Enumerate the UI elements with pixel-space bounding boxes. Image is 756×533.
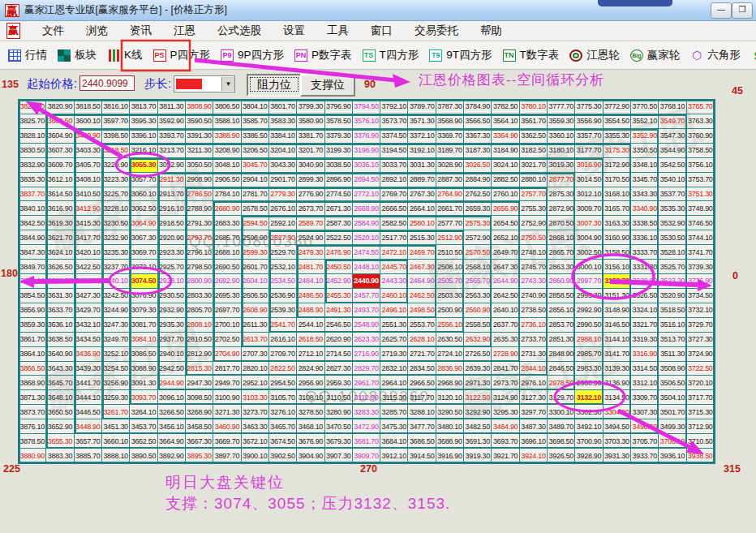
grid-cell: 3916.90 [436,449,464,463]
grid-cell: 2505.70 [436,274,464,289]
grid-cell: 3756.10 [687,158,715,173]
grid-cell: 3096.10 [158,390,186,405]
grid-cell: 2726.50 [464,347,492,362]
grid-cell: 2877.70 [548,173,575,187]
grid-cell: 3852.10 [19,274,46,289]
grid-cell: 3640.90 [46,347,74,362]
grid-cell: 3204.10 [269,144,297,158]
grid-cell: 2702.50 [213,333,241,347]
grid-cell: 3252.10 [102,347,130,362]
grid-cell: 3784.90 [464,100,492,114]
grid-cell: 3724.90 [687,347,715,362]
grid-cell: 3331.30 [631,260,659,274]
resistance-button[interactable]: 阻力位 [247,74,302,97]
grid-cell: 2916.10 [158,201,186,216]
grid-cell: 2757.70 [520,187,548,202]
menu-item-1[interactable]: 文件 [42,24,64,38]
toolbar-item[interactable]: 行情 [8,48,47,62]
grid-cell: 3417.70 [75,230,102,245]
toolbar-item[interactable]: PNP数字表 [294,48,352,62]
grid-cell: 2486.50 [297,289,324,303]
menu-item-9[interactable]: 交易委托 [415,24,458,38]
grid-cell: 3520.90 [659,289,686,303]
grid-cell: 3686.50 [408,434,436,449]
grid-cell: 2464.90 [408,274,436,289]
toolbar-item[interactable]: T99T四方形 [429,48,492,62]
grid-cell: 3000.10 [575,260,603,274]
grid-cell: 2767.30 [408,187,436,202]
grid-cell: 3919.30 [464,449,492,463]
grid-cell: 2748.10 [520,245,548,260]
grid-cell: 3189.70 [436,144,464,158]
grid-cell: 2904.10 [242,173,269,187]
toolbar-item[interactable]: PSP四方形 [153,48,211,62]
grid-cell: 2858.50 [548,289,575,303]
grid-cell: 3566.50 [464,114,492,129]
grid-cell: 3228.10 [102,201,130,216]
toolbar-item[interactable]: P99P四方形 [221,48,284,62]
menu-item-10[interactable]: 帮助 [480,24,502,38]
grid-cell: 3760.90 [687,129,715,144]
grid-cell: 3012.10 [575,187,603,202]
support-button[interactable]: 支撑位 [300,74,355,97]
chevron-down-icon[interactable]: ▼ [221,77,234,91]
start-price-input[interactable] [79,75,135,91]
maximize-button[interactable]: ❐ [732,2,753,19]
grid-cell: 2584.90 [353,216,380,230]
toolbar-item[interactable]: Big赢家轮 [630,48,681,62]
menu-item-3[interactable]: 资讯 [130,24,152,38]
grid-cell: 3753.70 [687,173,715,187]
step-dropdown[interactable]: ▼ [174,75,235,92]
grid-cell: 3297.70 [520,405,548,419]
grid-cell: 3712.90 [687,419,715,434]
grid-cell: 3830.50 [19,144,46,158]
grid-cell: 2582.50 [380,216,408,230]
grid-cell: 3194.50 [380,144,408,158]
grid-cell: 2572.90 [464,230,492,245]
grid-cell: 2805.70 [186,303,213,318]
grid-cell: 2721.70 [408,347,436,362]
menu-item-4[interactable]: 江恩 [174,24,195,38]
menu-item-7[interactable]: 工具 [327,24,349,38]
grid-cell: 3804.10 [242,100,269,114]
grid-cell: 2659.30 [464,201,492,216]
grid-cell: 3400.90 [75,129,102,144]
grid-cell: 3016.90 [575,158,603,173]
minimize-button[interactable]: — [711,2,732,19]
toolbar-item[interactable]: ⬡六角形 [690,48,741,62]
toolbar-item[interactable]: TST四方形 [363,48,419,62]
toolbar-item[interactable]: 板块 [58,48,97,62]
toolbar-item[interactable]: $赢家服务 [751,48,756,62]
toolbar-item[interactable]: K线 [107,48,143,62]
grid-cell: 2666.50 [380,201,408,216]
grid-cell: 3688.90 [436,434,464,449]
grid-cell: 3213.70 [158,144,186,158]
grid-cell: 3616.90 [46,201,74,216]
grid-cell: 2460.10 [380,289,408,303]
grid-cell: 3355.30 [604,129,631,144]
grid-cell: 2973.70 [492,376,519,390]
menu-item-2[interactable]: 浏览 [86,24,108,38]
grid-cell: 2829.70 [353,362,380,376]
grid-cell: 2844.10 [520,362,548,376]
menu-item-6[interactable]: 设置 [283,24,305,38]
grid-cell: 3513.70 [659,333,686,347]
toolbar-item[interactable]: TNT数字表 [503,48,560,62]
grid-cell: 3019.30 [548,158,575,173]
grid-cell: 2856.10 [548,303,575,318]
grid-cell: 2822.50 [269,362,297,376]
grid-cell: 3472.90 [353,419,380,434]
toolbar-item[interactable]: 江恩轮 [569,48,620,62]
angle-label-90: 90 [364,79,376,90]
grid-cell: 3729.70 [687,318,715,333]
grid-cell: 3547.30 [659,129,686,144]
grid-cell: 3715.30 [687,405,715,419]
grid-cell: 3936.10 [659,449,686,463]
grid-cell: 2942.50 [158,362,186,376]
menu-item-5[interactable]: 公式选股 [217,24,261,38]
menu-item-8[interactable]: 窗口 [371,24,393,38]
grid-cell: 3362.50 [520,129,548,144]
grid-cell: 3736.90 [687,274,715,289]
grid-cell: 3444.10 [75,390,102,405]
grid-cell: 3393.70 [158,129,186,144]
